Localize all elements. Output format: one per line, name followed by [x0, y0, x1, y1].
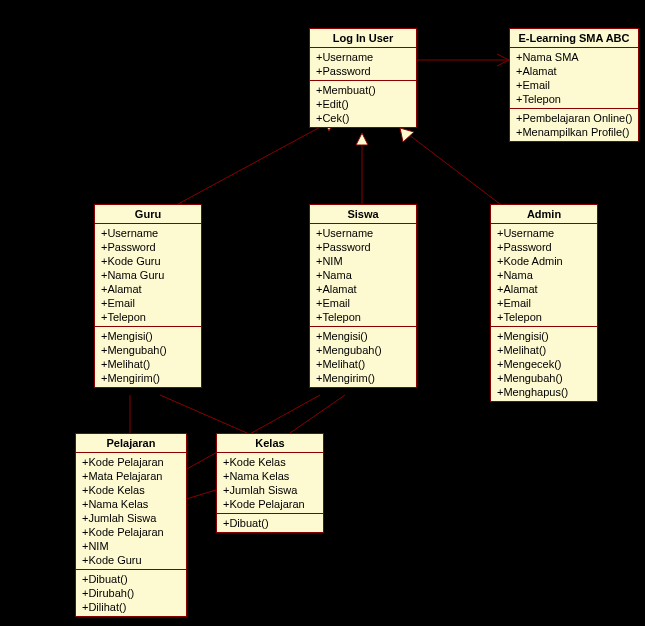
op: +Melihat(): [316, 357, 410, 371]
attr: +Nama: [497, 268, 591, 282]
attr: +Alamat: [497, 282, 591, 296]
attr: +Username: [316, 50, 410, 64]
svg-line-5: [400, 128, 500, 204]
op: +Membuat(): [316, 83, 410, 97]
attr: +Kode Guru: [101, 254, 195, 268]
class-elearning: E-Learning SMA ABC +Nama SMA +Alamat +Em…: [509, 28, 639, 142]
op: +Dibuat(): [82, 572, 180, 586]
class-title: Guru: [95, 205, 201, 224]
attr: +Kode Pelajaran: [82, 525, 180, 539]
class-siswa: Siswa +Username +Password +NIM +Nama +Al…: [309, 204, 417, 388]
attributes: +Username +Password: [310, 48, 416, 81]
attr: +Password: [497, 240, 591, 254]
class-title: Kelas: [217, 434, 323, 453]
op: +Mengirim(): [101, 371, 195, 385]
attributes: +Nama SMA +Alamat +Email +Telepon: [510, 48, 638, 109]
op: +Melihat(): [101, 357, 195, 371]
attr: +Jumlah Siswa: [82, 511, 180, 525]
attr: +Email: [316, 296, 410, 310]
attributes: +Username +Password +NIM +Nama +Alamat +…: [310, 224, 416, 327]
svg-line-11: [183, 490, 216, 500]
svg-line-1: [178, 119, 335, 204]
class-title: Log In User: [310, 29, 416, 48]
attr: +Telepon: [497, 310, 591, 324]
attr: +Kode Pelajaran: [223, 497, 317, 511]
class-admin: Admin +Username +Password +Kode Admin +N…: [490, 204, 598, 402]
attr: +Username: [101, 226, 195, 240]
op: +Dirubah(): [82, 586, 180, 600]
attr: +Nama Kelas: [82, 497, 180, 511]
operations: +Pembelajaran Online() +Menampilkan Prof…: [510, 109, 638, 141]
svg-marker-4: [356, 133, 368, 145]
op: +Pembelajaran Online(): [516, 111, 632, 125]
op: +Mengubah(): [497, 371, 591, 385]
operations: +Mengisi() +Melihat() +Mengecek() +Mengu…: [491, 327, 597, 401]
attr: +Telepon: [101, 310, 195, 324]
attributes: +Username +Password +Kode Admin +Nama +A…: [491, 224, 597, 327]
class-login-user: Log In User +Username +Password +Membuat…: [309, 28, 417, 128]
class-pelajaran: Pelajaran +Kode Pelajaran +Mata Pelajara…: [75, 433, 187, 617]
attr: +Email: [516, 78, 632, 92]
op: +Mengisi(): [101, 329, 195, 343]
attributes: +Kode Kelas +Nama Kelas +Jumlah Siswa +K…: [217, 453, 323, 514]
attr: +Password: [316, 240, 410, 254]
attr: +Email: [101, 296, 195, 310]
attr: +Username: [497, 226, 591, 240]
op: +Mengubah(): [316, 343, 410, 357]
attr: +Kode Kelas: [223, 455, 317, 469]
attr: +Telepon: [316, 310, 410, 324]
attr: +Nama Guru: [101, 268, 195, 282]
attr: +NIM: [316, 254, 410, 268]
op: +Cek(): [316, 111, 410, 125]
attributes: +Kode Pelajaran +Mata Pelajaran +Kode Ke…: [76, 453, 186, 570]
op: +Mengisi(): [316, 329, 410, 343]
svg-line-9: [290, 395, 345, 433]
attr: +Kode Guru: [82, 553, 180, 567]
op: +Dibuat(): [223, 516, 317, 530]
attr: +Jumlah Siswa: [223, 483, 317, 497]
class-title: Admin: [491, 205, 597, 224]
attr: +Telepon: [516, 92, 632, 106]
attr: +NIM: [82, 539, 180, 553]
svg-marker-6: [400, 128, 414, 142]
op: +Mengecek(): [497, 357, 591, 371]
op: +Menghapus(): [497, 385, 591, 399]
attr: +Alamat: [316, 282, 410, 296]
attr: +Kode Pelajaran: [82, 455, 180, 469]
operations: +Dibuat(): [217, 514, 323, 532]
operations: +Mengisi() +Mengubah() +Melihat() +Mengi…: [95, 327, 201, 387]
operations: +Dibuat() +Dirubah() +Dilihat(): [76, 570, 186, 616]
op: +Edit(): [316, 97, 410, 111]
attr: +Kode Kelas: [82, 483, 180, 497]
op: +Melihat(): [497, 343, 591, 357]
op: +Dilihat(): [82, 600, 180, 614]
op: +Mengubah(): [101, 343, 195, 357]
attr: +Email: [497, 296, 591, 310]
operations: +Mengisi() +Mengubah() +Melihat() +Mengi…: [310, 327, 416, 387]
attr: +Password: [101, 240, 195, 254]
attributes: +Username +Password +Kode Guru +Nama Gur…: [95, 224, 201, 327]
class-title: Pelajaran: [76, 434, 186, 453]
op: +Mengirim(): [316, 371, 410, 385]
class-kelas: Kelas +Kode Kelas +Nama Kelas +Jumlah Si…: [216, 433, 324, 533]
attr: +Nama: [316, 268, 410, 282]
op: +Mengisi(): [497, 329, 591, 343]
attr: +Password: [316, 64, 410, 78]
attr: +Mata Pelajaran: [82, 469, 180, 483]
attr: +Alamat: [101, 282, 195, 296]
op: +Menampilkan Profile(): [516, 125, 632, 139]
operations: +Membuat() +Edit() +Cek(): [310, 81, 416, 127]
attr: +Nama SMA: [516, 50, 632, 64]
class-guru: Guru +Username +Password +Kode Guru +Nam…: [94, 204, 202, 388]
class-title: Siswa: [310, 205, 416, 224]
attr: +Kode Admin: [497, 254, 591, 268]
attr: +Alamat: [516, 64, 632, 78]
class-title: E-Learning SMA ABC: [510, 29, 638, 48]
attr: +Nama Kelas: [223, 469, 317, 483]
svg-line-8: [160, 395, 247, 433]
attr: +Username: [316, 226, 410, 240]
